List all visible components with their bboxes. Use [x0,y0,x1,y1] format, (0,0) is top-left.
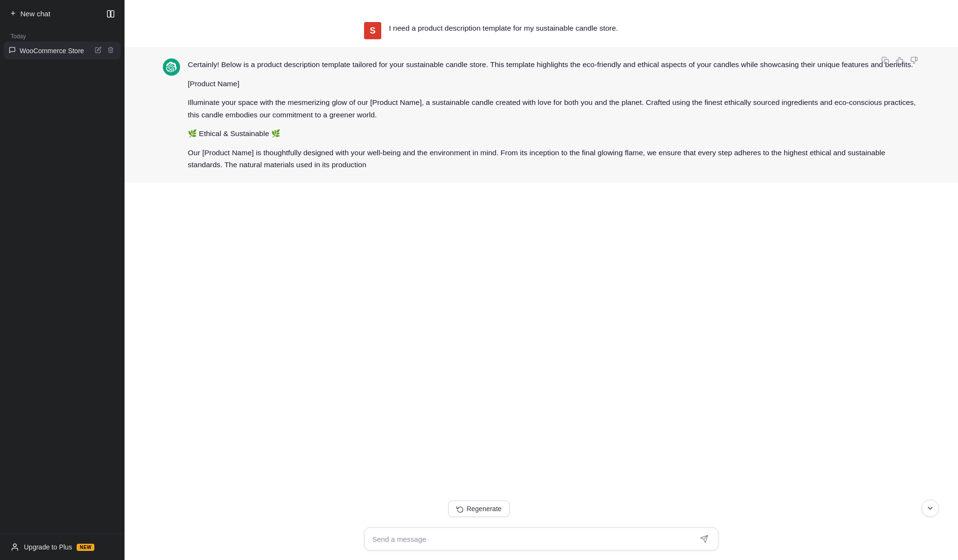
regenerate-label: Regenerate [467,505,502,513]
section-today-label: Today [4,29,121,42]
sidebar: + New chat Today WooCommerce Store [0,0,125,560]
chat-messages: S I need a product description template … [125,0,958,520]
scroll-down-icon [926,504,934,512]
message-actions [879,55,920,66]
plus-icon: + [11,9,16,19]
layout-icon [106,10,115,18]
chat-history: Today WooCommerce Store [0,27,125,534]
edit-chat-button[interactable] [93,46,103,56]
message-input[interactable] [372,535,698,543]
sidebar-item-woocommerce-store[interactable]: WooCommerce Store [4,42,121,59]
user-message-text: I need a product description template fo… [389,22,718,34]
chat-item-label: WooCommerce Store [20,47,89,55]
layout-toggle-button[interactable] [103,6,119,22]
regenerate-button[interactable]: Regenerate [448,501,510,517]
user-message: S I need a product description template … [326,14,757,47]
chat-item-actions [93,46,116,56]
assistant-para-5: Our [Product Name] is thoughtfully desig… [188,147,920,171]
regenerate-area: Regenerate [448,501,510,517]
upgrade-label: Upgrade to Plus [24,543,72,551]
message-input-box [364,527,718,550]
user-icon [11,543,19,551]
assistant-para-4: 🌿 Ethical & Sustainable 🌿 [188,127,920,140]
new-chat-label: New chat [21,10,51,18]
svg-rect-0 [107,11,110,17]
user-avatar: S [364,22,381,39]
new-chat-button[interactable]: + New chat [6,5,99,23]
sidebar-bottom: Upgrade to Plus NEW [0,534,125,560]
openai-logo-icon [166,62,177,72]
assistant-avatar [163,58,180,76]
upgrade-to-plus-button[interactable]: Upgrade to Plus NEW [6,539,119,555]
assistant-para-3: Illuminate your space with the mesmerizi… [188,96,920,121]
chat-bubble-icon [9,46,16,55]
assistant-message: Certainly! Below is a product descriptio… [125,47,958,183]
input-area [125,520,958,560]
thumbs-down-button[interactable] [908,55,920,66]
svg-rect-1 [111,11,114,17]
assistant-para-2: [Product Name] [188,78,920,90]
svg-rect-3 [884,59,889,64]
upgrade-badge: NEW [77,544,94,551]
scroll-down-button[interactable] [922,500,939,517]
assistant-message-content: Certainly! Below is a product descriptio… [188,58,920,171]
svg-point-2 [13,544,16,547]
delete-chat-button[interactable] [105,46,116,56]
main-content: S I need a product description template … [125,0,958,560]
send-button[interactable] [698,534,710,544]
assistant-para-1: Certainly! Below is a product descriptio… [188,58,920,71]
copy-message-button[interactable] [879,55,891,66]
sidebar-top: + New chat [0,0,125,27]
regenerate-icon [456,505,464,513]
thumbs-up-button[interactable] [894,55,905,66]
user-message-content: I need a product description template fo… [389,22,718,39]
send-icon [700,535,708,543]
